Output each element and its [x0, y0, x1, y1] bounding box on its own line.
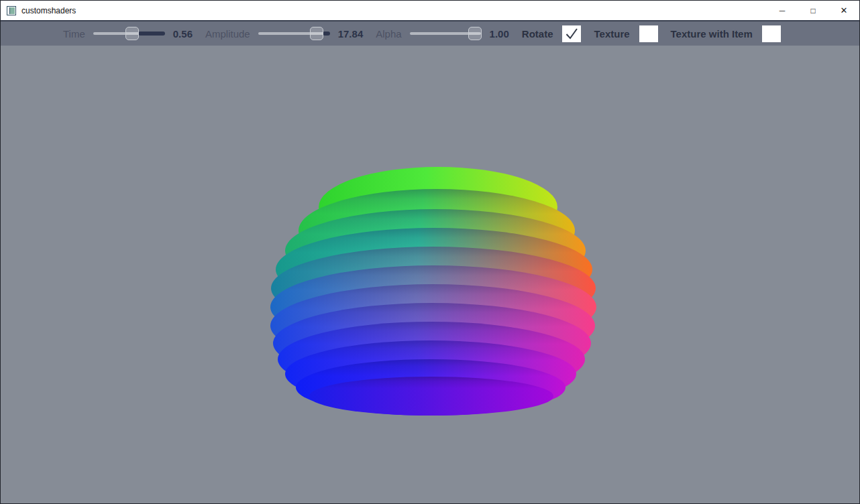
alpha-slider[interactable] [409, 27, 482, 40]
texture-checkbox-label: Texture [594, 28, 629, 40]
time-slider-track-filled[interactable] [138, 32, 165, 36]
window-title: customshaders [21, 6, 76, 15]
shader-sphere [1, 46, 859, 503]
texture-with-item-checkbox-label: Texture with Item [671, 28, 753, 40]
alpha-slider-label: Alpha [376, 28, 401, 40]
time-value: 0.56 [173, 28, 193, 40]
amplitude-value: 17.84 [338, 28, 364, 40]
app-icon [7, 6, 16, 15]
time-slider-handle[interactable] [125, 27, 139, 40]
alpha-slider-handle[interactable] [468, 27, 482, 40]
viewport-3d [1, 46, 859, 503]
amplitude-slider-track-filled[interactable] [323, 32, 330, 36]
amplitude-slider-handle[interactable] [310, 27, 323, 40]
time-slider[interactable] [93, 27, 165, 40]
amplitude-slider-label: Amplitude [205, 28, 250, 40]
rotate-checkbox-label: Rotate [522, 28, 553, 40]
title-bar: customshaders ─ □ ✕ [1, 1, 859, 20]
toolbar: Time 0.56 Amplitude 17.84 Alpha 1.00 Rot… [1, 21, 859, 46]
minimize-button[interactable]: ─ [767, 1, 798, 20]
close-button[interactable]: ✕ [828, 1, 859, 20]
alpha-value: 1.00 [490, 28, 509, 40]
app-window: { "window": { "title": "customshaders", … [0, 0, 860, 504]
texture-with-item-checkbox[interactable] [762, 25, 781, 42]
texture-checkbox[interactable] [639, 25, 658, 42]
rotate-checkbox[interactable] [562, 25, 581, 42]
window-controls: ─ □ ✕ [767, 1, 859, 20]
maximize-button[interactable]: □ [798, 1, 828, 20]
amplitude-slider[interactable] [258, 27, 330, 40]
time-slider-label: Time [63, 28, 85, 40]
checkmark-icon [564, 26, 579, 41]
